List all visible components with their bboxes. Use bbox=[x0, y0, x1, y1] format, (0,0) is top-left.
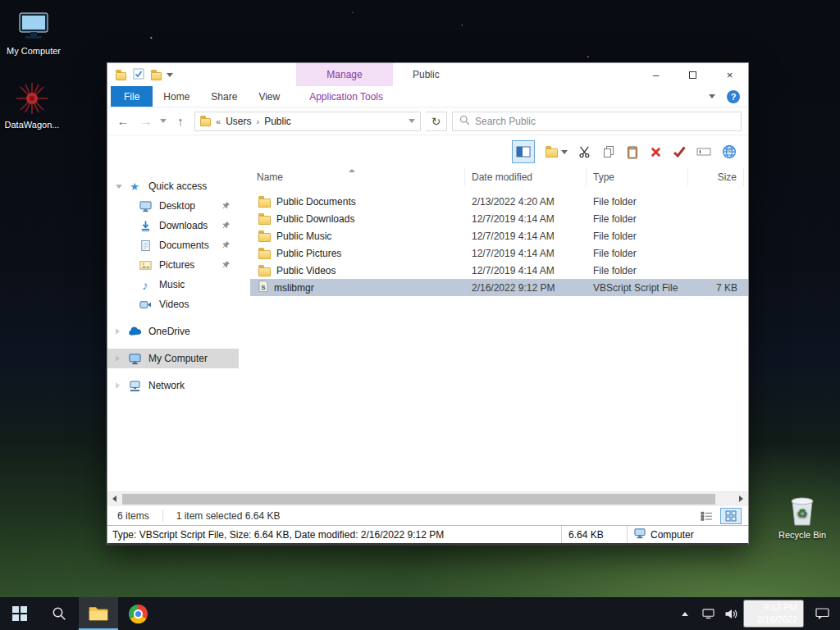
rename-button[interactable] bbox=[696, 140, 711, 163]
horizontal-scrollbar[interactable] bbox=[107, 491, 748, 505]
copy-icon bbox=[602, 145, 615, 158]
taskbar: 9:12 PM 2/16/2022 bbox=[0, 597, 840, 630]
search-icon bbox=[459, 115, 470, 128]
breadcrumb-public[interactable]: Public bbox=[264, 116, 291, 127]
qat-dropdown-icon[interactable] bbox=[167, 73, 173, 77]
pin-icon[interactable] bbox=[221, 260, 231, 272]
column-header-date-modified[interactable]: Date modified bbox=[465, 168, 587, 186]
file-row-public-music[interactable]: Public Music 12/7/2019 4:14 AM File fold… bbox=[250, 227, 748, 244]
expander-icon[interactable] bbox=[116, 382, 120, 389]
tab-application-tools[interactable]: Application Tools bbox=[299, 86, 394, 107]
file-date: 2/16/2022 9:12 PM bbox=[465, 282, 587, 294]
new-folder-qat-icon[interactable] bbox=[151, 72, 162, 80]
column-header-type[interactable]: Type bbox=[587, 168, 688, 186]
recent-locations-icon[interactable] bbox=[160, 119, 167, 123]
search-box[interactable] bbox=[452, 112, 742, 131]
folder-icon[interactable] bbox=[116, 72, 126, 80]
ribbon-tab-row: File Home Share View Application Tools ? bbox=[107, 86, 748, 107]
column-header-size[interactable]: Size bbox=[688, 168, 744, 186]
file-row-public-documents[interactable]: Public Documents 2/13/2022 4:20 AM File … bbox=[250, 193, 748, 210]
taskbar-chrome-button[interactable] bbox=[118, 597, 158, 630]
breadcrumb-users[interactable]: Users bbox=[226, 116, 251, 127]
scroll-right-button[interactable] bbox=[734, 492, 748, 506]
chevron-up-icon bbox=[682, 612, 688, 616]
refresh-button[interactable]: ↻ bbox=[426, 112, 447, 131]
sidebar-item-music[interactable]: ♪ Music bbox=[107, 275, 239, 294]
computer-zone-icon bbox=[634, 528, 646, 541]
volume-button[interactable] bbox=[720, 597, 742, 630]
titlebar: Manage Public – × bbox=[107, 63, 748, 86]
file-row-mslibmgr[interactable]: S mslibmgr 2/16/2022 9:12 PM VBScript Sc… bbox=[250, 279, 748, 296]
show-hidden-icons-button[interactable] bbox=[674, 597, 696, 630]
tab-share[interactable]: Share bbox=[200, 86, 248, 107]
file-list-pane: Name Date modified Type Size Public Docu… bbox=[239, 168, 748, 491]
sidebar-item-documents[interactable]: Documents bbox=[107, 235, 239, 255]
large-icons-view-button[interactable] bbox=[720, 508, 742, 524]
up-button[interactable]: ↑ bbox=[171, 112, 189, 131]
search-input[interactable] bbox=[475, 116, 734, 127]
pin-icon[interactable] bbox=[221, 201, 231, 212]
tray-display-icon-button[interactable] bbox=[697, 597, 719, 630]
maximize-button[interactable] bbox=[674, 63, 711, 86]
taskbar-search-button[interactable] bbox=[39, 597, 79, 630]
pin-icon[interactable] bbox=[221, 221, 231, 232]
expander-icon[interactable] bbox=[116, 185, 122, 189]
sidebar-item-label: My Computer bbox=[148, 353, 208, 364]
sidebar-item-quick-access[interactable]: ★ Quick access bbox=[107, 176, 239, 196]
collapse-ribbon-icon[interactable] bbox=[709, 94, 715, 98]
back-button[interactable]: ← bbox=[114, 112, 132, 131]
cut-button[interactable] bbox=[578, 140, 591, 163]
tab-view[interactable]: View bbox=[248, 86, 290, 107]
start-button[interactable] bbox=[0, 597, 39, 630]
delete-button[interactable] bbox=[650, 140, 662, 163]
navigation-bar: ← → ↑ « Users › Public ↻ bbox=[107, 107, 748, 135]
expander-icon[interactable] bbox=[116, 355, 120, 362]
file-row-public-downloads[interactable]: Public Downloads 12/7/2019 4:14 AM File … bbox=[250, 210, 748, 227]
address-overflow-chevron[interactable]: « bbox=[216, 116, 221, 126]
column-header-name[interactable]: Name bbox=[250, 168, 465, 186]
sidebar-item-videos[interactable]: Videos bbox=[107, 294, 239, 314]
properties-check-icon[interactable] bbox=[133, 68, 144, 82]
action-center-button[interactable] bbox=[806, 597, 838, 630]
sidebar-item-network[interactable]: Network bbox=[107, 376, 239, 395]
file-row-public-pictures[interactable]: Public Pictures 12/7/2019 4:14 AM File f… bbox=[250, 244, 748, 262]
desktop-icon-label: My Computer bbox=[7, 46, 61, 56]
scroll-left-button[interactable] bbox=[107, 492, 121, 506]
forward-button[interactable]: → bbox=[137, 112, 155, 131]
details-view-button[interactable] bbox=[696, 508, 717, 524]
pin-icon[interactable] bbox=[221, 240, 231, 252]
address-dropdown-icon[interactable] bbox=[409, 119, 415, 123]
paste-button[interactable] bbox=[626, 140, 639, 163]
desktop-icon-my-computer[interactable]: My Computer bbox=[3, 7, 64, 56]
minimize-button[interactable]: – bbox=[637, 63, 674, 86]
scrollbar-track[interactable] bbox=[121, 492, 734, 506]
desktop-icon-datawagon[interactable]: DataWagon... bbox=[2, 80, 62, 130]
tab-file[interactable]: File bbox=[111, 86, 153, 107]
taskbar-clock[interactable]: 9:12 PM 2/16/2022 bbox=[743, 600, 804, 628]
preview-pane-toggle[interactable] bbox=[512, 140, 535, 163]
close-button[interactable]: × bbox=[711, 63, 748, 86]
windows-logo-icon bbox=[12, 606, 27, 621]
clock-time: 9:12 PM bbox=[745, 601, 797, 614]
downloads-icon bbox=[138, 220, 153, 232]
tab-home[interactable]: Home bbox=[153, 86, 200, 107]
quick-access-toolbar bbox=[107, 68, 173, 82]
sidebar-item-desktop[interactable]: Desktop bbox=[107, 196, 239, 216]
manage-contextual-header[interactable]: Manage bbox=[296, 63, 393, 86]
desktop-icon-recycle-bin[interactable]: ♻ Recycle Bin bbox=[772, 491, 833, 540]
file-row-public-videos[interactable]: Public Videos 12/7/2019 4:14 AM File fol… bbox=[250, 262, 748, 279]
sidebar-item-onedrive[interactable]: OneDrive bbox=[107, 322, 239, 341]
taskbar-file-explorer-button[interactable] bbox=[79, 597, 118, 630]
sidebar-item-downloads[interactable]: Downloads bbox=[107, 216, 239, 235]
scrollbar-thumb[interactable] bbox=[122, 494, 715, 504]
network-globe-button[interactable] bbox=[722, 140, 737, 163]
address-bar[interactable]: « Users › Public bbox=[194, 112, 421, 131]
new-folder-dropdown-icon bbox=[561, 150, 568, 154]
expander-icon[interactable] bbox=[116, 328, 120, 335]
sidebar-item-pictures[interactable]: Pictures bbox=[107, 255, 239, 275]
help-icon[interactable]: ? bbox=[727, 90, 740, 103]
new-folder-button[interactable] bbox=[546, 140, 568, 163]
copy-button[interactable] bbox=[602, 140, 615, 163]
sidebar-item-my-computer[interactable]: My Computer bbox=[107, 349, 239, 368]
confirm-button[interactable] bbox=[673, 140, 686, 163]
